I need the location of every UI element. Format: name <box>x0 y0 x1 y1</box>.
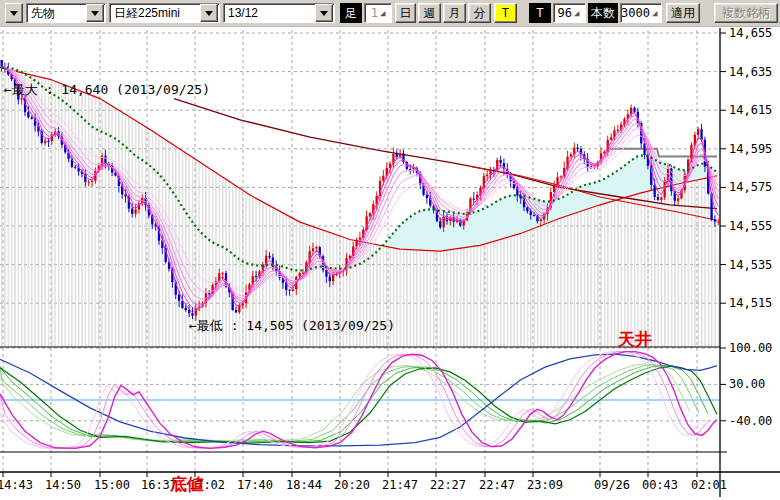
chevron-down-icon <box>91 11 99 16</box>
svg-text:14,595: 14,595 <box>729 142 772 156</box>
svg-text:-40.00: -40.00 <box>729 414 772 428</box>
bar-count-input[interactable]: 3000 ◢ <box>620 3 662 23</box>
bar-count-label: 本数 <box>588 3 618 23</box>
svg-text:←最大 : 14,640 (2013/09/25): ←最大 : 14,640 (2013/09/25) <box>4 82 210 97</box>
svg-text:14:50: 14:50 <box>45 478 81 492</box>
svg-text:00:43: 00:43 <box>642 478 678 492</box>
svg-text:09/26: 09/26 <box>594 478 630 492</box>
svg-text:20:20: 20:20 <box>334 478 370 492</box>
svg-text:14,575: 14,575 <box>729 180 772 194</box>
svg-text:←最低 : 14,505 (2013/09/25): ←最低 : 14,505 (2013/09/25) <box>189 318 395 333</box>
mini-symbol-dropdown[interactable] <box>5 3 23 23</box>
chart-svg: 14,65514,63514,61514,59514,57514,55514,5… <box>0 0 780 500</box>
period-tick-button[interactable]: T <box>494 3 517 23</box>
period-week-button[interactable]: 週 <box>418 3 441 23</box>
svg-text:14,555: 14,555 <box>729 219 772 233</box>
chevron-down-icon[interactable] <box>315 4 333 22</box>
svg-text:底値: 底値 <box>169 474 204 494</box>
svg-text:14,655: 14,655 <box>729 26 772 40</box>
period-month-button[interactable]: 月 <box>443 3 466 23</box>
svg-text:21:47: 21:47 <box>382 478 418 492</box>
svg-text:14:43: 14:43 <box>0 478 33 492</box>
chevron-down-icon[interactable] <box>86 4 104 22</box>
period-day-button[interactable]: 日 <box>395 3 416 23</box>
spinner-icon[interactable]: ◢ <box>652 6 660 20</box>
bar-interval-input[interactable]: 1 ◢ <box>364 3 392 23</box>
bar-type-label: 足 <box>340 3 362 23</box>
svg-text:30.00: 30.00 <box>729 377 765 391</box>
svg-text:14,535: 14,535 <box>729 258 772 272</box>
svg-text:17:40: 17:40 <box>237 478 273 492</box>
tick-size-label: T <box>529 3 551 23</box>
bar-interval-value: 1 <box>365 6 380 20</box>
svg-text:天井: 天井 <box>617 329 652 349</box>
spinner-icon[interactable]: ◢ <box>574 6 584 20</box>
svg-text:22:27: 22:27 <box>430 478 466 492</box>
multi-symbol-button[interactable]: 複数銘柄 <box>714 3 778 23</box>
instrument-type-select[interactable]: 先物 <box>26 3 106 23</box>
contract-month-select[interactable]: 13/12 <box>223 3 335 23</box>
svg-text:100.00: 100.00 <box>729 341 772 355</box>
svg-text:02:01: 02:01 <box>691 478 727 492</box>
chart-app: 先物 日経225mini 13/12 足 1 ◢ 日 週 月 分 T T 96 … <box>0 0 780 500</box>
toolbar: 先物 日経225mini 13/12 足 1 ◢ 日 週 月 分 T T 96 … <box>0 0 780 27</box>
apply-button[interactable]: 適用 <box>666 3 700 23</box>
svg-text:14,615: 14,615 <box>729 103 772 117</box>
svg-text:23:09: 23:09 <box>527 478 563 492</box>
svg-text:18:44: 18:44 <box>286 478 322 492</box>
tick-size-input[interactable]: 96 ◢ <box>553 3 586 23</box>
chevron-down-icon <box>205 11 213 16</box>
svg-text:14,515: 14,515 <box>729 296 772 310</box>
spinner-icon[interactable]: ◢ <box>380 6 390 20</box>
instrument-value: 日経225mini <box>114 5 180 22</box>
period-minute-button[interactable]: 分 <box>468 3 491 23</box>
chevron-down-icon <box>10 11 18 16</box>
bar-count-value: 3000 <box>621 6 652 20</box>
svg-text:22:47: 22:47 <box>479 478 515 492</box>
svg-text:15:00: 15:00 <box>94 478 130 492</box>
instrument-select[interactable]: 日経225mini <box>109 3 220 23</box>
tick-size-value: 96 <box>554 6 574 20</box>
chevron-down-icon <box>320 11 328 16</box>
svg-text:14,635: 14,635 <box>729 65 772 79</box>
instrument-type-value: 先物 <box>31 5 55 22</box>
contract-month-value: 13/12 <box>228 6 258 20</box>
chevron-down-icon[interactable] <box>200 4 218 22</box>
